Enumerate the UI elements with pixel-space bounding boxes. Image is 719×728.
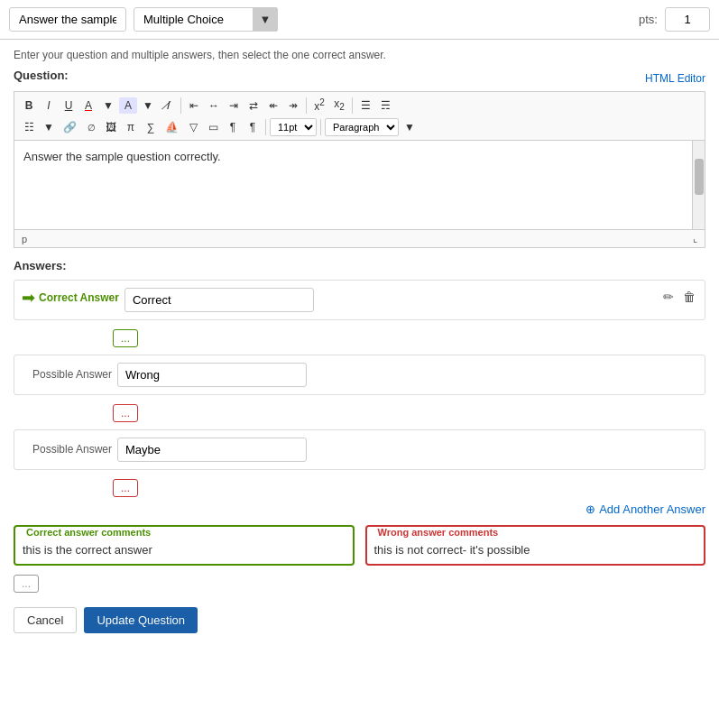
superscript-button[interactable]: x2 — [310, 96, 328, 115]
toolbar-sep4 — [265, 119, 266, 135]
toolbar-sep2 — [306, 97, 307, 114]
instruction-text: Enter your question and multiple answers… — [14, 49, 705, 61]
bold-button[interactable]: B — [20, 97, 38, 114]
subscript-button[interactable]: x2 — [330, 96, 348, 114]
table-dropdown[interactable]: ▼ — [40, 119, 58, 135]
correct-answer-row: ➡ Correct Answer ✏ 🗑 — [14, 280, 705, 320]
justify-button[interactable]: ⇄ — [244, 97, 263, 114]
possible-answer-input-2[interactable] — [117, 438, 307, 462]
toolbar-sep1 — [180, 97, 181, 114]
italic-button[interactable]: I — [40, 97, 58, 114]
bottom-dots-row: ... — [14, 573, 705, 593]
question-section: Question: HTML Editor B I U A ▼ A ▼ I̸ ⇤… — [14, 69, 705, 248]
main-content: Enter your question and multiple answers… — [0, 40, 719, 656]
correct-answer-actions: ✏ 🗑 — [661, 288, 697, 306]
pts-input[interactable] — [665, 7, 710, 32]
possible-answer-dots-1[interactable]: ... — [113, 404, 138, 422]
highlight-dropdown[interactable]: ▼ — [139, 97, 157, 114]
footer-buttons: Cancel Update Question — [14, 607, 705, 647]
correct-comment-tab: Correct answer comments — [23, 526, 154, 539]
editor-footer: p ⌞ — [14, 230, 705, 248]
question-editor[interactable]: Answer the sample question correctly. — [14, 140, 705, 230]
correct-answer-input[interactable] — [124, 288, 314, 312]
possible-answer-dots-2[interactable]: ... — [113, 479, 138, 497]
unlink-button[interactable]: ∅ — [82, 121, 100, 134]
wrong-comment-text: this is not correct- it's possible — [374, 543, 697, 557]
list-ul-button[interactable]: ☰ — [356, 97, 374, 114]
outdent-button[interactable]: ↞ — [264, 97, 282, 114]
font-color-button[interactable]: A — [79, 97, 97, 114]
comments-section: Correct answer comments this is the corr… — [14, 525, 705, 566]
highlight-button[interactable]: A — [119, 97, 137, 114]
possible-answer-row-2: Possible Answer — [14, 429, 705, 470]
editor-scrollbar[interactable] — [692, 141, 705, 229]
question-type-wrapper: Multiple ChoiceTrue/FalseShort AnswerEss… — [134, 7, 278, 32]
possible-answer-row-1: Possible Answer — [14, 355, 705, 395]
pilcrow2-button[interactable]: ¶ — [244, 119, 262, 135]
align-left-button[interactable]: ⇤ — [185, 97, 203, 114]
align-right-button[interactable]: ⇥ — [225, 97, 243, 114]
wrong-comment-box: Wrong answer comments this is not correc… — [365, 525, 706, 566]
delete-correct-answer-button[interactable]: 🗑 — [681, 288, 697, 306]
question-type-select[interactable]: Multiple ChoiceTrue/FalseShort AnswerEss… — [134, 7, 278, 32]
add-another-answer-button[interactable]: ⊕ Add Another Answer — [585, 502, 705, 516]
toolbar-sep3 — [352, 97, 353, 114]
possible-answer-input-1[interactable] — [117, 363, 307, 387]
wrong-comment-tab: Wrong answer comments — [374, 526, 502, 539]
correct-arrow-icon: ➡ — [22, 290, 35, 306]
html-editor-link[interactable]: HTML Editor — [645, 72, 705, 85]
link-button[interactable]: 🔗 — [60, 119, 80, 135]
underline-button[interactable]: U — [60, 97, 78, 114]
question-title-input[interactable] — [9, 7, 126, 32]
add-answer-label: Add Another Answer — [599, 502, 705, 516]
image-button[interactable]: 🖼 — [102, 119, 120, 135]
answers-section: Answers: ➡ Correct Answer ✏ 🗑 ... Possib… — [14, 259, 705, 593]
add-answer-row: ⊕ Add Another Answer — [14, 502, 705, 516]
scrollbar-thumb — [695, 159, 704, 195]
formula-button[interactable]: π — [122, 119, 140, 135]
cancel-button[interactable]: Cancel — [14, 607, 77, 633]
toolbar-sep5 — [320, 119, 321, 135]
font-color-dropdown[interactable]: ▼ — [99, 97, 117, 114]
resize-handle[interactable]: ⌞ — [693, 233, 697, 244]
media-button[interactable]: ▽ — [184, 119, 202, 135]
list-ol-button[interactable]: ☴ — [376, 97, 394, 114]
editor-tag: p — [22, 234, 27, 244]
font-size-select[interactable]: 11pt — [270, 118, 317, 136]
add-answer-plus-icon: ⊕ — [585, 502, 595, 516]
drawing-button[interactable]: ⛵ — [161, 119, 182, 135]
pilcrow-button[interactable]: ¶ — [224, 119, 242, 135]
clear-format-button[interactable]: I̸ — [159, 97, 177, 114]
editor-content: Answer the sample question correctly. — [23, 150, 696, 163]
indent-button[interactable]: ↠ — [284, 97, 302, 114]
correct-indicator: ➡ Correct Answer — [22, 288, 119, 306]
paragraph-select[interactable]: Paragraph — [325, 118, 399, 136]
answers-label: Answers: — [14, 259, 705, 272]
correct-answer-label: Correct Answer — [39, 291, 119, 304]
update-question-button[interactable]: Update Question — [84, 607, 198, 633]
paragraph-dropdown[interactable]: ▼ — [401, 119, 419, 135]
top-bar: Multiple ChoiceTrue/FalseShort AnswerEss… — [0, 0, 719, 40]
correct-comment-text: this is the correct answer — [23, 543, 346, 557]
edit-correct-answer-button[interactable]: ✏ — [661, 288, 676, 306]
flash-button[interactable]: ▭ — [204, 119, 222, 135]
correct-comment-box: Correct answer comments this is the corr… — [14, 525, 355, 566]
toolbar-row1: B I U A ▼ A ▼ I̸ ⇤ ↔ ⇥ ⇄ ↞ ↠ x2 x2 ☰ — [14, 91, 705, 140]
possible-answer-label-2: Possible Answer — [22, 438, 112, 456]
special-char-button[interactable]: ∑ — [142, 119, 160, 135]
align-center-button[interactable]: ↔ — [205, 97, 223, 114]
possible-answer-label-1: Possible Answer — [22, 363, 112, 381]
correct-answer-dots-button[interactable]: ... — [113, 329, 138, 347]
table-button[interactable]: ☷ — [20, 119, 38, 135]
pts-label: pts: — [639, 13, 658, 26]
comments-dots-button[interactable]: ... — [14, 575, 39, 593]
question-label: Question: — [14, 69, 69, 82]
